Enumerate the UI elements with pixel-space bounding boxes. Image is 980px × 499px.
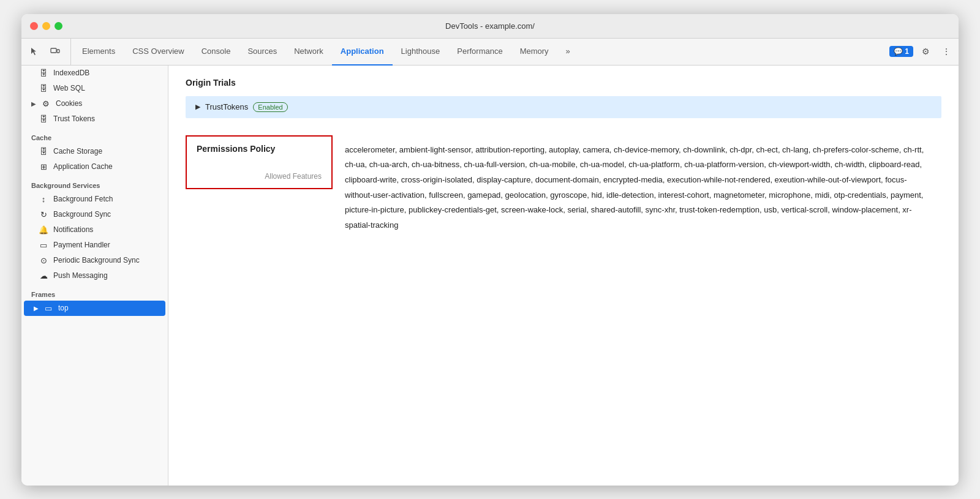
periodic-bg-sync-icon: ⊙: [39, 256, 48, 265]
bg-services-label: Background Services: [21, 174, 168, 192]
sidebar-label-payment-handler: Payment Handler: [53, 241, 110, 249]
trust-tokens-badge: Enabled: [253, 102, 287, 112]
sidebar-item-cache-storage[interactable]: 🗄 Cache Storage: [21, 144, 168, 159]
trust-tokens-arrow: ▶: [195, 103, 200, 111]
sidebar-item-indexeddb[interactable]: 🗄 IndexedDB: [21, 66, 168, 81]
cache-storage-icon: 🗄: [39, 147, 48, 156]
tab-sources[interactable]: Sources: [239, 39, 285, 66]
svg-rect-0: [51, 48, 56, 53]
sidebar-label-app-cache: Application Cache: [53, 162, 113, 171]
tab-network[interactable]: Network: [285, 39, 332, 66]
sidebar-label-trust-tokens: Trust Tokens: [53, 114, 95, 123]
titlebar: DevTools - example.com/: [21, 14, 959, 39]
sidebar-label-periodic-bg-sync: Periodic Background Sync: [53, 256, 140, 265]
permissions-label-box: Permissions Policy Allowed Features: [186, 135, 333, 189]
database-icon-2: 🗄: [39, 84, 48, 93]
tab-css-overview[interactable]: CSS Overview: [124, 39, 193, 66]
toolbar-right: 💬 1 ⚙ ⋮: [886, 39, 955, 65]
frame-icon: ▭: [43, 304, 53, 313]
sidebar-item-bg-fetch[interactable]: ↕ Background Fetch: [21, 192, 168, 207]
allowed-features-label: Allowed Features: [197, 172, 322, 181]
cursor-icon[interactable]: [25, 42, 43, 61]
close-button[interactable]: [30, 22, 38, 30]
arrow-icon: ▶: [31, 100, 36, 107]
bg-sync-icon: ↻: [39, 210, 48, 219]
sidebar-item-top[interactable]: ▶ ▭ top: [24, 301, 165, 316]
badge-icon: 💬: [894, 47, 903, 56]
sidebar-item-push-messaging[interactable]: ☁ Push Messaging: [21, 268, 168, 283]
origin-trials-title: Origin Trials: [186, 78, 941, 88]
tab-performance[interactable]: Performance: [448, 39, 511, 66]
push-messaging-icon: ☁: [39, 271, 48, 280]
cookies-icon: ⚙: [41, 99, 51, 108]
tab-elements[interactable]: Elements: [74, 39, 124, 66]
sidebar-item-cookies[interactable]: ▶ ⚙ Cookies: [21, 96, 168, 111]
tab-console[interactable]: Console: [193, 39, 239, 66]
more-options-icon[interactable]: ⋮: [938, 43, 955, 60]
sidebar: 🗄 IndexedDB 🗄 Web SQL ▶ ⚙ Cookies 🗄 Trus…: [21, 66, 168, 486]
payment-handler-icon: ▭: [39, 241, 48, 250]
app-cache-icon: ⊞: [39, 162, 48, 171]
sidebar-item-payment-handler[interactable]: ▭ Payment Handler: [21, 238, 168, 253]
sidebar-item-trust-tokens[interactable]: 🗄 Trust Tokens: [21, 111, 168, 127]
sidebar-label-push-messaging: Push Messaging: [53, 271, 108, 280]
sidebar-item-app-cache[interactable]: ⊞ Application Cache: [21, 159, 168, 174]
tab-memory[interactable]: Memory: [511, 39, 557, 66]
sidebar-item-notifications[interactable]: 🔔 Notifications: [21, 222, 168, 238]
database-icon-3: 🗄: [39, 114, 48, 124]
sidebar-item-periodic-bg-sync[interactable]: ⊙ Periodic Background Sync: [21, 253, 168, 268]
permissions-table: Permissions Policy Allowed Features acce…: [186, 135, 941, 241]
main-layout: 🗄 IndexedDB 🗄 Web SQL ▶ ⚙ Cookies 🗄 Trus…: [21, 66, 959, 486]
database-icon: 🗄: [39, 69, 48, 78]
arrow-icon-top: ▶: [34, 305, 39, 312]
trust-tokens-label: TrustTokens: [205, 102, 248, 111]
sidebar-label-websql: Web SQL: [53, 84, 85, 92]
sidebar-label-cookies: Cookies: [56, 99, 82, 108]
content-area: Origin Trials ▶ TrustTokens Enabled Perm…: [168, 66, 959, 486]
tab-more[interactable]: »: [557, 39, 579, 66]
tab-bar: Elements CSS Overview Console Sources Ne…: [74, 39, 886, 65]
settings-icon[interactable]: ⚙: [917, 43, 934, 60]
bg-fetch-icon: ↕: [39, 195, 48, 204]
tab-application[interactable]: Application: [332, 39, 393, 66]
trust-tokens-row[interactable]: ▶ TrustTokens Enabled: [186, 96, 941, 118]
toolbar-icon-group: [25, 39, 71, 65]
cache-section-label: Cache: [21, 127, 168, 144]
sidebar-label-bg-fetch: Background Fetch: [53, 195, 113, 203]
allowed-features-value: accelerometer, ambient-light-sensor, att…: [333, 135, 941, 241]
sidebar-label-top: top: [58, 304, 69, 312]
maximize-button[interactable]: [55, 22, 62, 30]
permissions-section: Permissions Policy Allowed Features acce…: [186, 135, 941, 241]
sidebar-item-websql[interactable]: 🗄 Web SQL: [21, 81, 168, 96]
sidebar-label-notifications: Notifications: [53, 225, 93, 234]
frames-label: Frames: [21, 283, 168, 301]
tab-lighthouse[interactable]: Lighthouse: [393, 39, 449, 66]
traffic-lights: [30, 22, 62, 30]
device-toggle-icon[interactable]: [46, 42, 64, 61]
notifications-icon: 🔔: [39, 225, 48, 234]
sidebar-label-cache-storage: Cache Storage: [53, 147, 102, 156]
window-title: DevTools - example.com/: [445, 21, 535, 31]
console-badge[interactable]: 💬 1: [889, 46, 913, 57]
sidebar-item-bg-sync[interactable]: ↻ Background Sync: [21, 207, 168, 222]
svg-rect-1: [57, 50, 59, 53]
minimize-button[interactable]: [42, 22, 50, 30]
devtools-window: DevTools - example.com/ Elements CSS Ove…: [21, 14, 959, 486]
badge-count: 1: [905, 47, 909, 56]
permissions-policy-title: Permissions Policy: [197, 144, 322, 154]
toolbar: Elements CSS Overview Console Sources Ne…: [21, 39, 959, 66]
sidebar-label-bg-sync: Background Sync: [53, 210, 111, 219]
sidebar-label-indexeddb: IndexedDB: [53, 69, 89, 77]
